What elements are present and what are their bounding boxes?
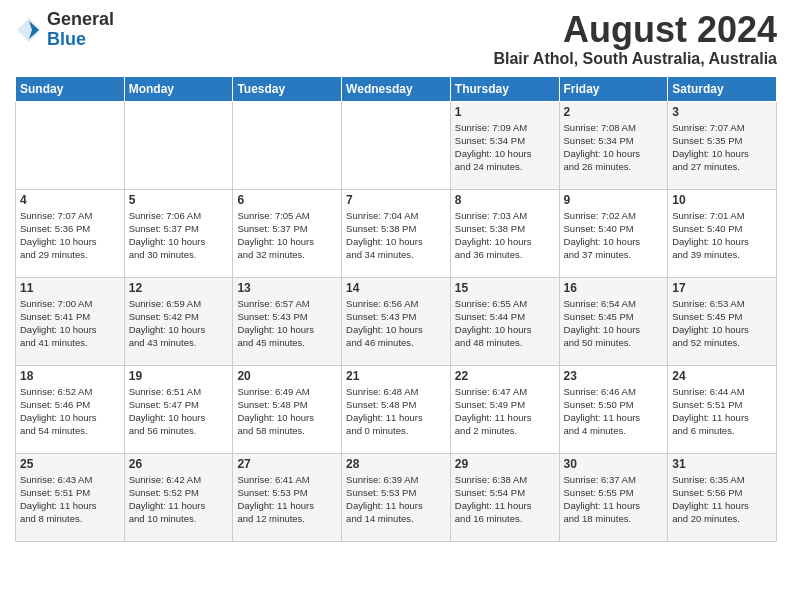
day-number: 2 bbox=[564, 105, 664, 119]
calendar-cell: 2Sunrise: 7:08 AM Sunset: 5:34 PM Daylig… bbox=[559, 101, 668, 189]
calendar-cell: 7Sunrise: 7:04 AM Sunset: 5:38 PM Daylig… bbox=[342, 189, 451, 277]
calendar-cell: 19Sunrise: 6:51 AM Sunset: 5:47 PM Dayli… bbox=[124, 365, 233, 453]
cell-content: Sunrise: 6:41 AM Sunset: 5:53 PM Dayligh… bbox=[237, 473, 337, 526]
month-year-title: August 2024 bbox=[493, 10, 777, 50]
day-number: 14 bbox=[346, 281, 446, 295]
calendar-cell: 20Sunrise: 6:49 AM Sunset: 5:48 PM Dayli… bbox=[233, 365, 342, 453]
cell-content: Sunrise: 6:46 AM Sunset: 5:50 PM Dayligh… bbox=[564, 385, 664, 438]
cell-content: Sunrise: 7:03 AM Sunset: 5:38 PM Dayligh… bbox=[455, 209, 555, 262]
calendar-cell: 27Sunrise: 6:41 AM Sunset: 5:53 PM Dayli… bbox=[233, 453, 342, 541]
cell-content: Sunrise: 7:02 AM Sunset: 5:40 PM Dayligh… bbox=[564, 209, 664, 262]
calendar-week-row: 11Sunrise: 7:00 AM Sunset: 5:41 PM Dayli… bbox=[16, 277, 777, 365]
calendar-week-row: 25Sunrise: 6:43 AM Sunset: 5:51 PM Dayli… bbox=[16, 453, 777, 541]
calendar-cell: 9Sunrise: 7:02 AM Sunset: 5:40 PM Daylig… bbox=[559, 189, 668, 277]
day-number: 23 bbox=[564, 369, 664, 383]
calendar-cell: 16Sunrise: 6:54 AM Sunset: 5:45 PM Dayli… bbox=[559, 277, 668, 365]
day-number: 10 bbox=[672, 193, 772, 207]
calendar-cell: 31Sunrise: 6:35 AM Sunset: 5:56 PM Dayli… bbox=[668, 453, 777, 541]
column-header-wednesday: Wednesday bbox=[342, 76, 451, 101]
cell-content: Sunrise: 7:08 AM Sunset: 5:34 PM Dayligh… bbox=[564, 121, 664, 174]
calendar-body: 1Sunrise: 7:09 AM Sunset: 5:34 PM Daylig… bbox=[16, 101, 777, 541]
location-text: Blair Athol, South Australia, Australia bbox=[493, 50, 777, 68]
cell-content: Sunrise: 6:55 AM Sunset: 5:44 PM Dayligh… bbox=[455, 297, 555, 350]
cell-content: Sunrise: 7:04 AM Sunset: 5:38 PM Dayligh… bbox=[346, 209, 446, 262]
logo-icon bbox=[15, 16, 43, 44]
calendar-cell bbox=[233, 101, 342, 189]
day-number: 1 bbox=[455, 105, 555, 119]
column-header-saturday: Saturday bbox=[668, 76, 777, 101]
column-header-tuesday: Tuesday bbox=[233, 76, 342, 101]
calendar-week-row: 4Sunrise: 7:07 AM Sunset: 5:36 PM Daylig… bbox=[16, 189, 777, 277]
day-number: 25 bbox=[20, 457, 120, 471]
cell-content: Sunrise: 6:53 AM Sunset: 5:45 PM Dayligh… bbox=[672, 297, 772, 350]
column-header-friday: Friday bbox=[559, 76, 668, 101]
day-number: 4 bbox=[20, 193, 120, 207]
calendar-cell: 6Sunrise: 7:05 AM Sunset: 5:37 PM Daylig… bbox=[233, 189, 342, 277]
day-number: 18 bbox=[20, 369, 120, 383]
logo-blue-text: Blue bbox=[47, 30, 114, 50]
day-number: 16 bbox=[564, 281, 664, 295]
calendar-cell: 3Sunrise: 7:07 AM Sunset: 5:35 PM Daylig… bbox=[668, 101, 777, 189]
day-number: 15 bbox=[455, 281, 555, 295]
day-number: 26 bbox=[129, 457, 229, 471]
day-number: 29 bbox=[455, 457, 555, 471]
cell-content: Sunrise: 7:05 AM Sunset: 5:37 PM Dayligh… bbox=[237, 209, 337, 262]
calendar-cell: 10Sunrise: 7:01 AM Sunset: 5:40 PM Dayli… bbox=[668, 189, 777, 277]
calendar-cell: 17Sunrise: 6:53 AM Sunset: 5:45 PM Dayli… bbox=[668, 277, 777, 365]
calendar-cell: 5Sunrise: 7:06 AM Sunset: 5:37 PM Daylig… bbox=[124, 189, 233, 277]
cell-content: Sunrise: 6:49 AM Sunset: 5:48 PM Dayligh… bbox=[237, 385, 337, 438]
day-number: 13 bbox=[237, 281, 337, 295]
calendar-cell bbox=[124, 101, 233, 189]
day-number: 21 bbox=[346, 369, 446, 383]
cell-content: Sunrise: 7:09 AM Sunset: 5:34 PM Dayligh… bbox=[455, 121, 555, 174]
calendar-cell: 24Sunrise: 6:44 AM Sunset: 5:51 PM Dayli… bbox=[668, 365, 777, 453]
calendar-cell: 4Sunrise: 7:07 AM Sunset: 5:36 PM Daylig… bbox=[16, 189, 125, 277]
calendar-cell: 30Sunrise: 6:37 AM Sunset: 5:55 PM Dayli… bbox=[559, 453, 668, 541]
day-number: 24 bbox=[672, 369, 772, 383]
cell-content: Sunrise: 6:38 AM Sunset: 5:54 PM Dayligh… bbox=[455, 473, 555, 526]
day-number: 12 bbox=[129, 281, 229, 295]
calendar-cell: 1Sunrise: 7:09 AM Sunset: 5:34 PM Daylig… bbox=[450, 101, 559, 189]
column-header-monday: Monday bbox=[124, 76, 233, 101]
cell-content: Sunrise: 6:48 AM Sunset: 5:48 PM Dayligh… bbox=[346, 385, 446, 438]
cell-content: Sunrise: 7:07 AM Sunset: 5:36 PM Dayligh… bbox=[20, 209, 120, 262]
cell-content: Sunrise: 6:47 AM Sunset: 5:49 PM Dayligh… bbox=[455, 385, 555, 438]
day-number: 30 bbox=[564, 457, 664, 471]
calendar-week-row: 1Sunrise: 7:09 AM Sunset: 5:34 PM Daylig… bbox=[16, 101, 777, 189]
calendar-week-row: 18Sunrise: 6:52 AM Sunset: 5:46 PM Dayli… bbox=[16, 365, 777, 453]
cell-content: Sunrise: 6:37 AM Sunset: 5:55 PM Dayligh… bbox=[564, 473, 664, 526]
calendar-cell: 18Sunrise: 6:52 AM Sunset: 5:46 PM Dayli… bbox=[16, 365, 125, 453]
cell-content: Sunrise: 6:35 AM Sunset: 5:56 PM Dayligh… bbox=[672, 473, 772, 526]
day-number: 20 bbox=[237, 369, 337, 383]
day-number: 19 bbox=[129, 369, 229, 383]
day-number: 5 bbox=[129, 193, 229, 207]
calendar-cell: 11Sunrise: 7:00 AM Sunset: 5:41 PM Dayli… bbox=[16, 277, 125, 365]
calendar-cell: 22Sunrise: 6:47 AM Sunset: 5:49 PM Dayli… bbox=[450, 365, 559, 453]
calendar-cell bbox=[342, 101, 451, 189]
calendar-cell: 14Sunrise: 6:56 AM Sunset: 5:43 PM Dayli… bbox=[342, 277, 451, 365]
day-number: 28 bbox=[346, 457, 446, 471]
cell-content: Sunrise: 6:44 AM Sunset: 5:51 PM Dayligh… bbox=[672, 385, 772, 438]
calendar-cell: 26Sunrise: 6:42 AM Sunset: 5:52 PM Dayli… bbox=[124, 453, 233, 541]
cell-content: Sunrise: 7:06 AM Sunset: 5:37 PM Dayligh… bbox=[129, 209, 229, 262]
cell-content: Sunrise: 6:52 AM Sunset: 5:46 PM Dayligh… bbox=[20, 385, 120, 438]
day-number: 9 bbox=[564, 193, 664, 207]
cell-content: Sunrise: 7:07 AM Sunset: 5:35 PM Dayligh… bbox=[672, 121, 772, 174]
calendar-header: SundayMondayTuesdayWednesdayThursdayFrid… bbox=[16, 76, 777, 101]
column-header-sunday: Sunday bbox=[16, 76, 125, 101]
cell-content: Sunrise: 6:54 AM Sunset: 5:45 PM Dayligh… bbox=[564, 297, 664, 350]
day-number: 3 bbox=[672, 105, 772, 119]
calendar-cell: 23Sunrise: 6:46 AM Sunset: 5:50 PM Dayli… bbox=[559, 365, 668, 453]
day-number: 11 bbox=[20, 281, 120, 295]
calendar-cell bbox=[16, 101, 125, 189]
calendar-cell: 12Sunrise: 6:59 AM Sunset: 5:42 PM Dayli… bbox=[124, 277, 233, 365]
day-number: 22 bbox=[455, 369, 555, 383]
day-number: 27 bbox=[237, 457, 337, 471]
logo-general-text: General bbox=[47, 10, 114, 30]
calendar-cell: 8Sunrise: 7:03 AM Sunset: 5:38 PM Daylig… bbox=[450, 189, 559, 277]
cell-content: Sunrise: 6:51 AM Sunset: 5:47 PM Dayligh… bbox=[129, 385, 229, 438]
column-header-thursday: Thursday bbox=[450, 76, 559, 101]
day-number: 6 bbox=[237, 193, 337, 207]
calendar-cell: 21Sunrise: 6:48 AM Sunset: 5:48 PM Dayli… bbox=[342, 365, 451, 453]
page-header: General Blue August 2024 Blair Athol, So… bbox=[15, 10, 777, 68]
